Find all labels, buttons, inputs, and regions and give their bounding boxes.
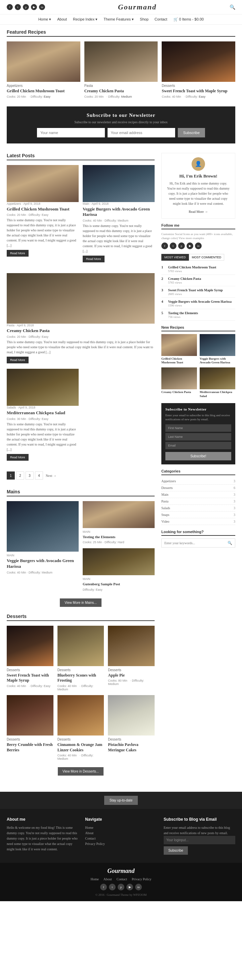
read-more-btn-3[interactable]: Read More [7, 356, 28, 363]
follow-li[interactable]: in [195, 242, 202, 249]
sidebar-lastname-input[interactable] [165, 433, 231, 441]
cat-appetizers[interactable]: Appetizers3 [161, 478, 235, 485]
featured-recipe-1[interactable]: Appetizers Grilled Chicken Mushroom Toas… [7, 41, 80, 98]
mains-large-meta: Cooks: 40 Min · Difficulty: Medium [7, 571, 79, 574]
cat-salads[interactable]: Salads3 [161, 505, 235, 512]
sidebar-email-input[interactable] [165, 442, 231, 449]
nav-contact[interactable]: Contact [155, 17, 168, 22]
nav-home[interactable]: Home ▾ [38, 17, 51, 22]
footer-bottom-privacy[interactable]: Privacy Policy [132, 877, 152, 881]
view-more-mains[interactable]: View More in Mains... [60, 598, 101, 607]
footer-bottom-contact[interactable]: Contact [117, 877, 127, 881]
footer-nav-home[interactable]: Home [85, 825, 157, 830]
sidebar-firstname-input[interactable] [165, 424, 231, 432]
page-3[interactable]: 3 [25, 471, 33, 480]
new-recipe-img-1 [161, 334, 197, 356]
post-excerpt-4: This is some dummy copy. You're not real… [7, 422, 79, 452]
footer-subscribe-button[interactable]: Subscribe [164, 846, 188, 855]
newsletter-subscribe-button[interactable]: Subscribe [178, 128, 205, 137]
dessert-3[interactable]: Desserts Apple Pie Cooks: 80 Min · Diffi… [108, 626, 155, 691]
nav-theme-features[interactable]: Theme Features ▾ [103, 17, 134, 22]
footer-email-input[interactable] [164, 836, 235, 844]
follow-yt[interactable]: ▶ [187, 242, 193, 249]
footer-fb-icon[interactable]: f [100, 884, 107, 891]
footer-nav-contact[interactable]: Contact [85, 836, 157, 841]
dessert-4[interactable]: Desserts Berry Crumble with Fresh Berrie… [7, 695, 54, 760]
mains-small-cat-2: Main [83, 577, 155, 581]
follow-fb[interactable]: f [161, 242, 168, 249]
mains-small-post-2[interactable]: Main Gutenberg Sample Post Difficulty: E… [83, 548, 155, 592]
footer-nav-privacy[interactable]: Privacy Policy [85, 841, 157, 846]
site-logo[interactable]: Gourmand [118, 3, 157, 11]
twitter-icon[interactable]: t [15, 4, 21, 10]
sidebar-search-button[interactable]: 🔍 [225, 539, 235, 547]
featured-recipe-2[interactable]: Pasta Creamy Chicken Pasta Cooks: 20 Min… [84, 41, 158, 98]
dessert-5[interactable]: Desserts Cinnamon & Orange Jam Linzer Co… [57, 695, 104, 760]
cat-main[interactable]: Main3 [161, 492, 235, 498]
search-icon[interactable]: 🔍 [229, 5, 235, 10]
dessert-2[interactable]: Desserts Blueberry Scones with Frosting … [57, 626, 104, 691]
read-more-btn-2[interactable]: Read More [83, 256, 104, 262]
footer-bottom-home[interactable]: Home [90, 877, 98, 881]
footer-cta-button[interactable]: Stay up-to-date [104, 796, 138, 805]
latest-post-1[interactable]: Appetizers · April 9, 2018 Grilled Chick… [7, 165, 79, 262]
cart-info[interactable]: 🛒 0 Items - $0.00 [174, 17, 204, 22]
mv-item-1[interactable]: 1 Grilled Chicken Mushroom Toast 5765 vi… [161, 263, 235, 275]
new-recipe-1[interactable]: Grilled Chicken Mushroom Toast [161, 334, 197, 365]
tab-most-commented[interactable]: MOST COMMENTED [189, 254, 224, 261]
footer-tw-icon[interactable]: t [109, 884, 115, 891]
read-more-btn-1[interactable]: Read More [7, 250, 28, 257]
newsletter-name-input[interactable] [37, 128, 105, 137]
mains-small-post-1[interactable]: Main Testing the Elements Cooks: 25 Min … [83, 501, 155, 545]
footer-nav-about[interactable]: About [85, 830, 157, 836]
tab-most-viewed[interactable]: MOST VIEWED [161, 254, 189, 261]
view-more-desserts[interactable]: View More in Desserts... [58, 767, 103, 776]
nav-shop[interactable]: Shop [140, 17, 149, 22]
mains-large-post[interactable]: Main Veggie Burgers with Avocado Green H… [7, 501, 79, 587]
cat-video[interactable]: Video3 [161, 518, 235, 525]
latest-post-3[interactable]: Pasta · April 9, 2018 Creamy Chicken Pas… [7, 273, 155, 363]
sidebar-new-recipes: New Recipes Grilled Chicken Mushroom Toa… [161, 325, 235, 398]
new-recipe-2[interactable]: Veggie Burgers with Avocado Green Hariss… [200, 334, 235, 365]
nav-about[interactable]: About [57, 17, 67, 22]
sidebar-search-input[interactable] [162, 539, 225, 547]
latest-post-2[interactable]: Main · April 9, 2018 Veggie Burgers with… [83, 165, 155, 262]
youtube-icon[interactable]: ▶ [31, 4, 37, 10]
footer-li-icon[interactable]: in [135, 884, 142, 891]
bio-text: Hi, I'm Erik and this is some dummy copy… [166, 181, 231, 206]
linkedin-icon[interactable]: in [39, 4, 45, 10]
new-recipe-3[interactable]: Creamy Chicken Pasta [161, 368, 197, 398]
footer-bottom-about[interactable]: About [103, 877, 112, 881]
page-1[interactable]: 1 [7, 471, 15, 480]
latest-post-4[interactable]: Salads · April 9, 2018 Mediterranean Chi… [7, 369, 79, 461]
footer-pin-icon[interactable]: p [118, 884, 124, 891]
read-more-btn-4[interactable]: Read More [7, 454, 28, 461]
mv-item-3[interactable]: 3 Sweet French Toast with Maple Syrup 26… [161, 286, 235, 298]
new-recipe-4[interactable]: Mediterranean Chickpea Salad [200, 368, 235, 398]
mv-item-2[interactable]: 2 Creamy Chicken Pasta 5765 views [161, 275, 235, 286]
footer-logo[interactable]: Gourmand [7, 867, 235, 875]
recipe-title-1: Grilled Chicken Mushroom Toast [7, 89, 80, 94]
page-4[interactable]: 4 [35, 471, 43, 480]
dessert-6[interactable]: Desserts Pistachio Pavlova Meringue Cake… [108, 695, 155, 760]
newsletter-email-input[interactable] [108, 128, 176, 137]
follow-pin[interactable]: p [178, 242, 185, 249]
cat-snaps[interactable]: Snaps3 [161, 512, 235, 518]
footer-yt-icon[interactable]: ▶ [127, 884, 133, 891]
cat-desserts[interactable]: Desserts6 [161, 485, 235, 492]
nav-recipe-index[interactable]: Recipe Index ▾ [73, 17, 98, 22]
mv-item-5[interactable]: 5 Tasting the Elements 756 views [161, 309, 235, 321]
facebook-icon[interactable]: f [7, 4, 13, 10]
dessert-1[interactable]: Desserts Sweet French Toast with Maple S… [7, 626, 54, 691]
page-next[interactable]: Next → [44, 474, 58, 477]
bio-read-more[interactable]: Read More → [188, 210, 208, 213]
social-icons-header: f t p ▶ in [7, 4, 45, 10]
mv-item-4[interactable]: 4 Veggie Burgers with Avocado Green Hari… [161, 298, 235, 309]
page-2[interactable]: 2 [16, 471, 24, 480]
search-title: Looking for something? [161, 530, 235, 536]
pinterest-icon[interactable]: p [23, 4, 29, 10]
follow-tw[interactable]: t [170, 242, 176, 249]
featured-recipe-3[interactable]: Desserts Sweet French Toast with Maple S… [162, 41, 235, 98]
cat-pasta[interactable]: Pasta3 [161, 498, 235, 505]
sidebar-subscribe-button[interactable]: Subscribe! [165, 452, 231, 460]
